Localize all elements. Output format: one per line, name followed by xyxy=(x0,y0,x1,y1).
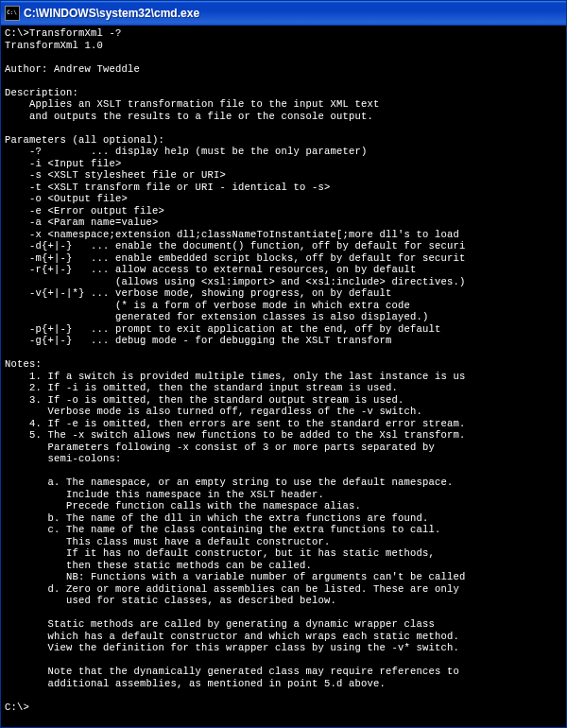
console-line: Static methods are called by generating … xyxy=(5,618,435,630)
console-line: -a <Param name=value> xyxy=(5,217,159,228)
console-line: a. The namespace, or an empty string to … xyxy=(5,477,454,488)
console-line: Verbose mode is also turned off, regardl… xyxy=(5,406,422,417)
console-line: TransformXml 1.0 xyxy=(5,40,103,51)
titlebar[interactable]: C:\WINDOWS\system32\cmd.exe xyxy=(1,1,566,26)
console-line: then these static methods can be called. xyxy=(5,560,312,571)
console-line: 4. If -e is omitted, then errors are sen… xyxy=(5,418,466,429)
console-line: If it has no default constructor, but it… xyxy=(5,547,435,559)
cmd-icon xyxy=(5,6,20,21)
console-line: c. The name of the class containing the … xyxy=(5,524,441,535)
console-line: Precede function calls with the namespac… xyxy=(5,500,361,511)
console-line: -p{+|-} ... prompt to exit application a… xyxy=(5,323,441,335)
console-line: Notes: xyxy=(5,358,42,370)
console-line: -g{+|-} ... debug mode - for debugging t… xyxy=(5,335,392,346)
console-line: -m{+|-} ... enable embedded script block… xyxy=(5,252,466,264)
console-line: -r{+|-} ... allow access to external res… xyxy=(5,264,417,275)
console-line: -d{+|-} ... enable the document() functi… xyxy=(5,240,466,251)
console-line: semi-colons: xyxy=(5,453,122,464)
console-line: and outputs the results to a file or the… xyxy=(5,111,373,122)
console-line: (* is a form of verbose mode in which ex… xyxy=(5,300,410,311)
console-line: -e <Error output file> xyxy=(5,205,164,217)
console-line: used for static classes, as described be… xyxy=(5,595,336,606)
console-line: -o <Output file> xyxy=(5,193,128,204)
console-line: Parameters (all optional): xyxy=(5,134,164,146)
console-line: C:\>TransformXml -? xyxy=(5,27,122,39)
console-line: 1. If a switch is provided multiple time… xyxy=(5,371,466,382)
console-line: -v{+|-|*} ... verbose mode, showing prog… xyxy=(5,287,392,299)
console-line: NB: Functions with a variable number of … xyxy=(5,571,466,582)
console-line: -s <XSLT stylesheet file or URI> xyxy=(5,169,226,181)
console-line: View the definition for this wrapper cla… xyxy=(5,642,459,653)
console-line: Applies an XSLT transformation file to t… xyxy=(5,98,380,110)
console-line: which has a default constructor and whic… xyxy=(5,631,459,642)
console-line: 2. If -i is omitted, then the standard i… xyxy=(5,382,398,393)
console-line: Parameters following -x consist of 3 or … xyxy=(5,442,435,453)
console-line: -t <XSLT transform file or URI - identic… xyxy=(5,182,331,193)
console-line: generated for extension classes is also … xyxy=(5,311,429,322)
console-line: (allows using <xsl:import> and <xsl:incl… xyxy=(5,276,466,287)
console-line: Author: Andrew Tweddle xyxy=(5,63,140,75)
console-line: -x <namespace;extension dll;classNameToI… xyxy=(5,229,459,240)
console-line: b. The name of the dll in which the extr… xyxy=(5,512,429,524)
console-line: 5. The -x switch allows new functions to… xyxy=(5,429,466,441)
console-line: 3. If -o is omitted, then the standard o… xyxy=(5,394,404,406)
titlebar-text: C:\WINDOWS\system32\cmd.exe xyxy=(24,7,562,20)
console-line: -i <Input file> xyxy=(5,158,122,169)
console-line: -? ... display help (must be the only pa… xyxy=(5,146,368,157)
console-output[interactable]: C:\>TransformXml -? TransformXml 1.0 Aut… xyxy=(1,26,566,727)
console-line: Description: xyxy=(5,87,78,98)
console-line: Note that the dynamically generated clas… xyxy=(5,666,459,677)
console-line: Include this namespace in the XSLT heade… xyxy=(5,489,324,500)
console-prompt: C:\> xyxy=(5,702,29,713)
cmd-window: C:\WINDOWS\system32\cmd.exe C:\>Transfor… xyxy=(0,0,567,728)
console-line: d. Zero or more additional assemblies ca… xyxy=(5,583,459,595)
console-line: This class must have a default construct… xyxy=(5,536,331,547)
console-line: additional assemblies, as mentioned in p… xyxy=(5,678,386,689)
